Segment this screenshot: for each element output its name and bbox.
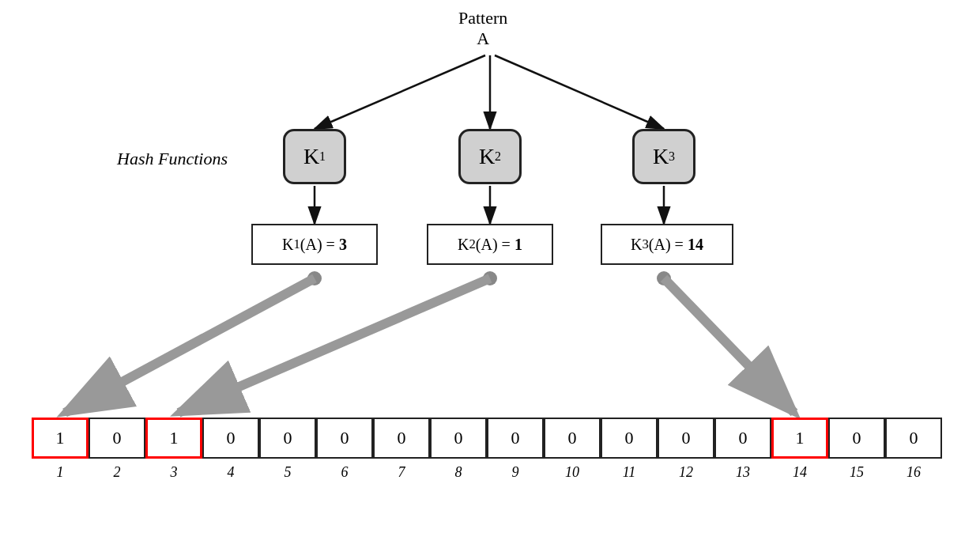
pattern-value: A (458, 28, 507, 49)
array-cell-15: 0 (828, 418, 885, 459)
array-index-1: 1 (32, 460, 89, 484)
svg-line-2 (495, 55, 664, 129)
array-index-7: 7 (373, 460, 430, 484)
array-index-9: 9 (487, 460, 544, 484)
array-cell-8: 0 (430, 418, 487, 459)
result-box-k1: K1(A) = 3 (251, 224, 378, 265)
array-index-15: 15 (828, 460, 885, 484)
array-index-3: 3 (145, 460, 202, 484)
svg-point-6 (307, 271, 322, 285)
array-cell-14: 1 (771, 418, 828, 459)
array-cell-12: 0 (658, 418, 714, 459)
array-index-13: 13 (714, 460, 771, 484)
k1-box: K1 (283, 129, 346, 184)
k2-box: K2 (458, 129, 522, 184)
array-index-16: 16 (885, 460, 942, 484)
array-cell-4: 0 (202, 418, 259, 459)
array-index-12: 12 (658, 460, 714, 484)
pattern-text: Pattern (458, 8, 507, 28)
array-index-8: 8 (430, 460, 487, 484)
diagram: Pattern A Hash Functions K1 K2 K3 K1(A) … (0, 0, 980, 548)
array-index-2: 2 (89, 460, 145, 484)
array-index-11: 11 (601, 460, 658, 484)
array-cell-3: 1 (145, 418, 202, 459)
svg-line-11 (664, 278, 794, 413)
array-cell-7: 0 (373, 418, 430, 459)
index-row: 12345678910111213141516 (32, 460, 942, 484)
array-cell-16: 0 (885, 418, 942, 459)
array-index-4: 4 (202, 460, 259, 484)
svg-line-0 (315, 55, 485, 129)
array-index-14: 14 (771, 460, 828, 484)
k3-box: K3 (632, 129, 695, 184)
svg-line-10 (179, 278, 490, 413)
pattern-label: Pattern A (458, 8, 507, 49)
svg-point-8 (657, 271, 671, 285)
svg-line-9 (65, 278, 315, 413)
array-index-5: 5 (259, 460, 316, 484)
array-index-10: 10 (544, 460, 601, 484)
result-box-k2: K2(A) = 1 (427, 224, 553, 265)
array-cell-9: 0 (487, 418, 544, 459)
array-index-6: 6 (316, 460, 373, 484)
array-cell-13: 0 (714, 418, 771, 459)
array-cells: 1010000000000100 (32, 418, 942, 459)
array-cell-6: 0 (316, 418, 373, 459)
hash-functions-label: Hash Functions (117, 149, 228, 169)
array-cell-2: 0 (89, 418, 145, 459)
array-cell-10: 0 (544, 418, 601, 459)
result-box-k3: K3(A) = 14 (601, 224, 733, 265)
array-cell-1: 1 (32, 418, 89, 459)
array-cell-5: 0 (259, 418, 316, 459)
array-cell-11: 0 (601, 418, 658, 459)
svg-point-7 (483, 271, 497, 285)
